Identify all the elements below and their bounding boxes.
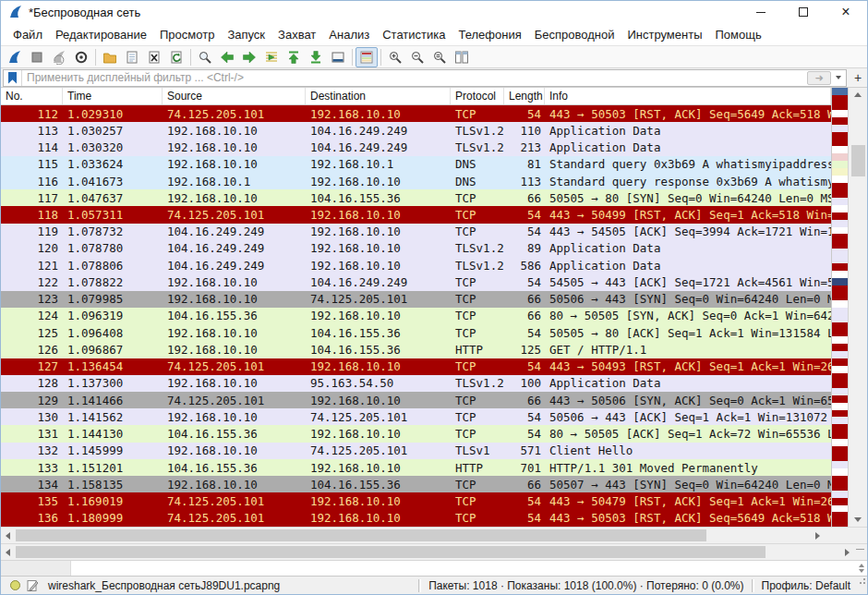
open-file-button[interactable] [99,47,121,67]
column-header-no[interactable]: No. [1,88,63,104]
reload-file-button[interactable] [165,47,187,67]
capture-options-button[interactable] [70,47,92,67]
column-header-source[interactable]: Source [163,88,306,104]
scroll-up-button[interactable] [849,88,867,102]
cell-protocol: TCP [451,107,504,121]
zoom-out-button[interactable] [406,47,428,67]
filter-history-dropdown[interactable] [833,71,844,85]
packet-row-136[interactable]: 1361.18099974.125.205.101192.168.10.10TC… [1,510,831,527]
splitter-grip[interactable] [856,549,864,550]
minimize-button[interactable] [740,1,782,23]
packet-row-114[interactable]: 1141.030320192.168.10.10104.16.249.249TL… [1,139,831,155]
resize-columns-button[interactable] [451,47,473,67]
packet-row-125[interactable]: 1251.096408192.168.10.10104.16.155.36TCP… [1,324,831,341]
go-last-button[interactable] [305,47,327,67]
packet-row-118[interactable]: 1181.05731174.125.205.101192.168.10.10TC… [1,206,831,223]
menu-item-8[interactable]: Беспроводной [528,25,621,44]
detail-pane-hscrollbar[interactable] [1,543,867,560]
close-file-button[interactable] [143,47,165,67]
packet-row-112[interactable]: 1121.02931074.125.205.101192.168.10.10TC… [1,105,831,122]
packet-row-117[interactable]: 1171.047637192.168.10.10104.16.155.36TCP… [1,189,831,206]
menu-item-4[interactable]: Захват [271,25,322,44]
packet-row-126[interactable]: 1261.096867192.168.10.10104.16.155.36HTT… [1,341,831,358]
packet-row-124[interactable]: 1241.096319104.16.155.36192.168.10.10TCP… [1,308,831,324]
cell-no: 133 [1,461,63,475]
column-header-destination[interactable]: Destination [306,88,451,104]
packet-row-134[interactable]: 1341.158135192.168.10.10104.16.155.36TCP… [1,476,831,492]
column-header-length[interactable]: Length [504,88,545,104]
hscrollbar-thumb[interactable] [16,529,706,541]
restart-capture-button[interactable] [48,47,70,67]
add-filter-button[interactable]: + [850,70,865,86]
menu-item-2[interactable]: Просмотр [153,25,221,44]
go-first-button[interactable] [283,47,305,67]
close-button[interactable]: × [825,1,867,23]
packet-row-119[interactable]: 1191.078732104.16.249.249192.168.10.10TC… [1,224,831,240]
packet-row-130[interactable]: 1301.141562192.168.10.1074.125.205.101TC… [1,408,831,425]
menu-item-6[interactable]: Статистика [376,25,452,44]
column-header-time[interactable]: Time [63,88,163,104]
menu-item-7[interactable]: Телефония [452,25,527,44]
expert-info-icon[interactable] [10,580,20,590]
menu-item-3[interactable]: Запуск [221,25,271,44]
go-forward-button[interactable] [238,47,260,67]
packet-row-120[interactable]: 1201.078780104.16.249.249192.168.10.10TL… [1,240,831,257]
cell-length: 54 [504,326,545,340]
scroll-right-button[interactable] [811,532,825,540]
scroll-right-button[interactable] [840,549,854,556]
auto-scroll-button[interactable] [327,47,349,67]
stop-capture-button[interactable] [26,47,48,67]
go-to-packet-button[interactable] [260,47,283,67]
packet-row-133[interactable]: 1331.151201104.16.155.36192.168.10.10HTT… [1,459,831,476]
cell-info: GET / HTTP/1.1 [545,343,831,357]
hscrollbar-thumb[interactable] [16,546,766,558]
menu-item-1[interactable]: Редактирование [49,25,153,44]
start-capture-button[interactable] [4,47,26,67]
packet-row-135[interactable]: 1351.16901974.125.205.101192.168.10.10TC… [1,492,831,509]
packet-row-131[interactable]: 1311.144130104.16.155.36192.168.10.10TCP… [1,425,831,442]
zoom-100-button[interactable] [428,47,451,67]
vertical-scrollbar[interactable] [848,88,867,527]
maximize-button[interactable] [782,1,825,23]
packet-row-122[interactable]: 1221.078822192.168.10.10104.16.249.249TC… [1,273,831,290]
display-filter-input[interactable] [22,71,807,84]
menu-item-5[interactable]: Анализ [322,25,376,44]
packet-row-113[interactable]: 1131.030257192.168.10.10104.16.249.249TL… [1,122,831,139]
packet-row-115[interactable]: 1151.033624192.168.10.10192.168.10.1DNS8… [1,156,831,173]
menu-item-9[interactable]: Инструменты [621,25,708,44]
vertical-scrollbar-thumb[interactable] [851,145,865,176]
packet-row-123[interactable]: 1231.079985192.168.10.1074.125.205.101TC… [1,291,831,308]
column-header-info[interactable]: Info [545,88,831,104]
menu-item-10[interactable]: Помощь [709,25,768,44]
cell-source: 74.125.205.101 [163,208,306,222]
minimap-stripe [832,227,848,235]
apply-filter-button[interactable]: ➜ [807,71,831,85]
scroll-down-button[interactable] [849,513,867,527]
save-file-button[interactable] [121,47,143,67]
menu-item-0[interactable]: Файл [6,25,49,44]
cell-info: 50506 → 443 [SYN] Seq=0 Win=64240 Len=0 … [545,292,831,306]
cell-protocol: HTTP [451,343,504,357]
find-packet-button[interactable] [194,47,216,67]
packet-row-128[interactable]: 1281.137300192.168.10.1095.163.54.50TLSv… [1,375,831,392]
capture-comment-icon[interactable] [27,579,39,592]
filter-bookmark-button[interactable] [4,70,22,86]
bytes-pane-tab[interactable] [1,561,71,576]
bytes-pane-scrollbar[interactable] [856,561,867,576]
go-back-button[interactable] [216,47,238,67]
cell-time: 1.078806 [63,259,163,273]
packet-row-129[interactable]: 1291.14146674.125.205.101192.168.10.10TC… [1,392,831,408]
scroll-left-button[interactable] [1,532,15,540]
packet-row-132[interactable]: 1321.145999192.168.10.1074.125.205.101TL… [1,443,831,459]
scrollbar-minimap[interactable] [831,88,848,527]
scroll-left-button[interactable] [1,549,15,556]
packet-list-hscrollbar[interactable] [1,527,867,543]
profile-label[interactable]: Профиль: Default [762,579,851,592]
packet-row-121[interactable]: 1211.078806104.16.249.249192.168.10.10TL… [1,257,831,273]
cell-info: 443 → 50503 [RST, ACK] Seq=5649 Ack=518 … [545,511,831,525]
colorize-packets-button[interactable] [356,47,378,67]
zoom-in-button[interactable] [384,47,406,67]
packet-row-116[interactable]: 1161.041673192.168.10.1192.168.10.10DNS1… [1,173,831,189]
packet-row-127[interactable]: 1271.13645474.125.205.101192.168.10.10TC… [1,358,831,375]
column-header-protocol[interactable]: Protocol [451,88,504,104]
